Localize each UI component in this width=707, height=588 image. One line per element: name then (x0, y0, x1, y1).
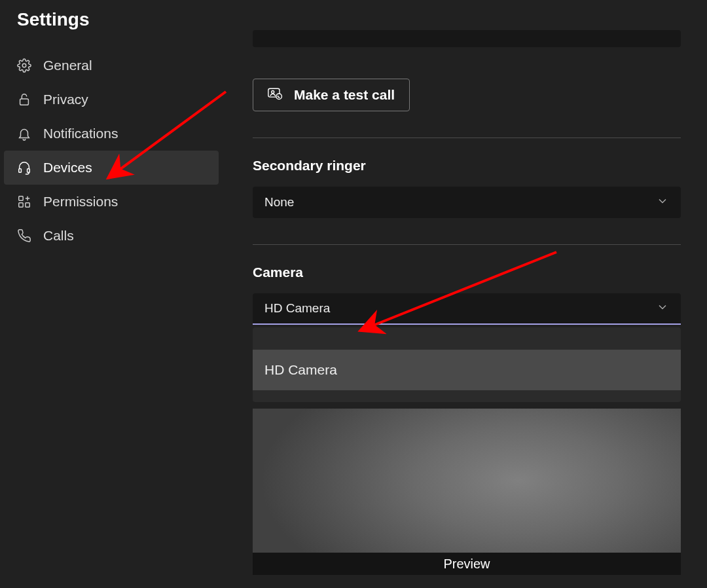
sidebar-item-notifications[interactable]: Notifications (4, 117, 219, 151)
sidebar-item-label: Devices (37, 160, 92, 175)
svg-rect-4 (19, 196, 23, 200)
camera-select[interactable]: HD Camera (253, 293, 681, 325)
select-value: None (264, 195, 294, 210)
secondary-ringer-select[interactable]: None (253, 187, 681, 218)
phone-icon (17, 229, 37, 243)
sidebar-item-privacy[interactable]: Privacy (4, 83, 219, 117)
sidebar-item-devices[interactable]: Devices (4, 151, 219, 185)
lock-icon (17, 92, 37, 107)
sidebar-item-permissions[interactable]: Permissions (4, 185, 219, 219)
sidebar-nav: General Privacy Notifi (0, 48, 223, 253)
sidebar-item-label: Privacy (37, 92, 88, 107)
camera-preview-label: Preview (253, 553, 681, 575)
select-value: HD Camera (264, 301, 330, 316)
svg-rect-6 (19, 203, 23, 207)
svg-rect-1 (20, 99, 29, 105)
svg-point-9 (276, 94, 282, 100)
page-title: Settings (0, 9, 223, 48)
secondary-ringer-label: Secondary ringer (253, 158, 681, 174)
sidebar-item-label: Permissions (37, 194, 118, 210)
settings-main: Make a test call Secondary ringer None C… (253, 0, 681, 575)
headset-icon (17, 160, 37, 175)
svg-rect-5 (26, 203, 29, 207)
person-call-icon (268, 86, 283, 104)
make-test-call-button[interactable]: Make a test call (253, 79, 410, 111)
svg-point-0 (22, 64, 26, 67)
section-divider (253, 138, 681, 138)
svg-rect-2 (19, 169, 22, 173)
svg-point-8 (272, 90, 274, 93)
camera-dropdown: HD Camera (253, 327, 681, 402)
sidebar-item-calls[interactable]: Calls (4, 219, 219, 253)
button-label: Make a test call (294, 87, 395, 103)
option-label: HD Camera (264, 362, 337, 378)
gear-icon (17, 58, 37, 73)
svg-rect-3 (27, 169, 30, 173)
camera-label: Camera (253, 265, 681, 280)
sidebar-item-general[interactable]: General (4, 48, 219, 83)
bell-icon (17, 126, 37, 141)
section-divider (253, 244, 681, 245)
settings-sidebar: Settings General Privacy (0, 0, 223, 253)
camera-preview (253, 409, 681, 553)
sidebar-item-label: Calls (37, 228, 74, 244)
camera-option[interactable]: HD Camera (253, 350, 681, 390)
sidebar-item-label: General (37, 58, 92, 73)
camera-preview-section: Preview (253, 409, 681, 575)
sidebar-item-label: Notifications (37, 126, 118, 141)
apps-icon (17, 194, 37, 209)
chevron-down-icon (656, 301, 669, 317)
chevron-down-icon (656, 194, 669, 211)
speaker-select-partial[interactable] (253, 30, 681, 47)
